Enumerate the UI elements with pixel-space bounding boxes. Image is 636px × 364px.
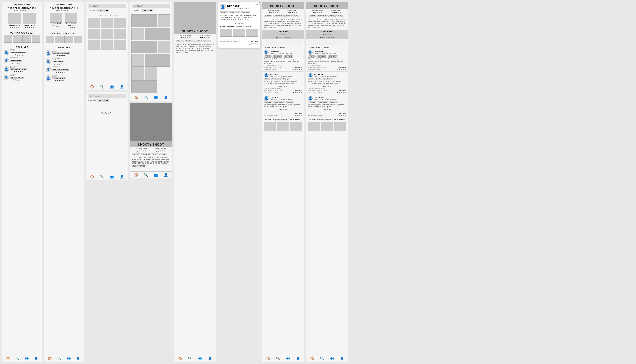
tag[interactable]: Platformer	[328, 55, 337, 58]
also-thumb[interactable]	[334, 122, 346, 131]
nav-profile[interactable]: 👤	[120, 84, 124, 88]
star[interactable]: ☆	[330, 34, 332, 36]
tag-shooter[interactable]: Shooter	[176, 40, 184, 42]
also-thumb[interactable]	[264, 122, 276, 131]
tag-platformer[interactable]: Platformer	[241, 11, 250, 14]
nav-friends[interactable]: 👥	[25, 356, 29, 360]
nav-home[interactable]: 🏠	[90, 84, 94, 88]
tag[interactable]: First Person	[316, 55, 327, 58]
nav-friends[interactable]: 👥	[67, 356, 71, 360]
nav-friends[interactable]: 👥	[198, 356, 202, 360]
tag-firstperson[interactable]: First Person	[273, 15, 284, 17]
tag-coop[interactable]: co-op	[292, 15, 299, 17]
nav-home[interactable]: 🏠	[134, 173, 138, 177]
nav-profile[interactable]: 👤	[34, 356, 38, 360]
filter-select[interactable]: GAMES	[97, 99, 109, 102]
tag-coop[interactable]: co-op	[160, 153, 167, 156]
tag[interactable]: Third Person	[317, 101, 328, 103]
star[interactable]: ☆	[280, 34, 282, 36]
result-thumb-wide[interactable]	[131, 14, 157, 27]
nav-home[interactable]: 🏠	[266, 356, 270, 360]
tag-thirdperson[interactable]: Third Person	[229, 11, 240, 14]
tag-coop[interactable]: co-op	[204, 40, 211, 42]
nav-search[interactable]: 🔍	[57, 356, 61, 360]
result-thumb[interactable]	[131, 54, 144, 66]
close-icon[interactable]: ✕	[256, 3, 258, 6]
tag-firstperson[interactable]: First Person	[185, 40, 196, 42]
tag[interactable]: Fantasy	[308, 101, 316, 103]
result-thumb[interactable]	[158, 41, 170, 54]
tag[interactable]: Shooty	[308, 55, 316, 58]
result-thumb-wide[interactable]	[145, 28, 170, 40]
tag-shooter[interactable]: Shooter	[264, 15, 272, 17]
nav-search[interactable]: 🔍	[15, 356, 20, 360]
star[interactable]: ☆	[282, 34, 284, 36]
result-thumb-wide[interactable]	[131, 41, 157, 54]
nav-search[interactable]: 🔍	[144, 95, 148, 99]
result-thumb[interactable]	[158, 14, 170, 27]
nav-search[interactable]: 🔍	[144, 173, 148, 177]
tag[interactable]: Platformer	[285, 101, 294, 103]
nav-profile[interactable]: 👤	[164, 173, 168, 177]
star[interactable]: ☆	[324, 34, 326, 36]
tag-shooter[interactable]: Shooter	[132, 153, 140, 156]
star[interactable]: ☆	[286, 34, 288, 36]
review-input-2[interactable]	[308, 40, 346, 45]
star[interactable]: ☆	[328, 34, 330, 36]
tag[interactable]: RPG	[308, 78, 314, 80]
nav-profile[interactable]: 👤	[164, 95, 168, 99]
nav-search[interactable]: 🔍	[276, 356, 280, 360]
also-thumb[interactable]	[290, 122, 302, 131]
result-thumb-wide[interactable]	[131, 80, 157, 93]
nav-home[interactable]: 🏠	[310, 356, 314, 360]
nav-home[interactable]: 🏠	[178, 356, 182, 360]
nav-search[interactable]: 🔍	[320, 356, 324, 360]
tag-military[interactable]: Military	[284, 15, 292, 17]
tag[interactable]: turn-based	[315, 78, 325, 80]
tag-firstperson[interactable]: First Person	[317, 15, 328, 17]
nav-search[interactable]: 🔍	[188, 356, 192, 360]
nav-friends[interactable]: 👥	[154, 173, 158, 177]
see-more-r2-3[interactable]: SEE MORE	[308, 108, 346, 110]
also-thumb[interactable]	[308, 122, 320, 131]
nav-home[interactable]: 🏠	[134, 95, 138, 99]
rate-stars[interactable]: ☆☆☆☆☆	[264, 34, 302, 36]
see-more-3[interactable]: SEE MORE	[264, 108, 302, 110]
nav-home[interactable]: 🏠	[6, 356, 10, 360]
result-thumb[interactable]	[131, 28, 144, 40]
tag-coop[interactable]: co-op	[336, 15, 343, 17]
star[interactable]: ★	[323, 34, 324, 36]
tag-military[interactable]: Military	[328, 15, 336, 17]
tag[interactable]: First Person	[272, 55, 283, 58]
nav-friends[interactable]: 👥	[110, 84, 114, 88]
also-thumb[interactable]	[277, 122, 289, 131]
see-more-link[interactable]: SEE MORE	[220, 22, 258, 24]
nav-friends[interactable]: 👥	[154, 95, 158, 99]
nav-home[interactable]: 🏠	[90, 175, 94, 179]
result-thumb[interactable]	[131, 67, 144, 80]
search-bar-2[interactable]: 🔍 SEARCH	[132, 4, 170, 8]
filter-select[interactable]: GAMES	[141, 9, 153, 12]
tag-military[interactable]: Military	[152, 153, 160, 156]
search-bar-1[interactable]: 🔍 SEARCH	[88, 4, 126, 8]
nav-search[interactable]: 🔍	[100, 84, 104, 88]
tag-fantasy[interactable]: Fantasy	[220, 11, 228, 14]
nav-profile[interactable]: 👤	[340, 356, 344, 360]
tag[interactable]: Fantasy	[281, 78, 290, 80]
filter-select[interactable]: GAMES	[97, 9, 109, 12]
see-more-2[interactable]: SEE MORE	[264, 85, 302, 87]
tag[interactable]: Platformer	[329, 101, 338, 103]
rate-stars-2[interactable]: ★☆☆☆☆	[308, 34, 346, 36]
nav-home[interactable]: 🏠	[48, 356, 52, 360]
tag-shooter[interactable]: Shooter	[308, 15, 316, 17]
star[interactable]: ☆	[326, 34, 328, 36]
nav-friends[interactable]: 👥	[330, 356, 334, 360]
search-bar-loading[interactable]: 🔍 SEARCH	[88, 94, 126, 98]
tag[interactable]: turn-based	[271, 78, 281, 80]
nav-profile[interactable]: 👤	[120, 175, 124, 179]
also-thumb[interactable]	[321, 122, 333, 131]
tag[interactable]: Fantasy	[264, 101, 272, 103]
tag[interactable]: Fantasy	[325, 78, 334, 80]
star[interactable]: ☆	[284, 34, 286, 36]
see-more-r2-2[interactable]: SEE MORE	[308, 85, 346, 87]
